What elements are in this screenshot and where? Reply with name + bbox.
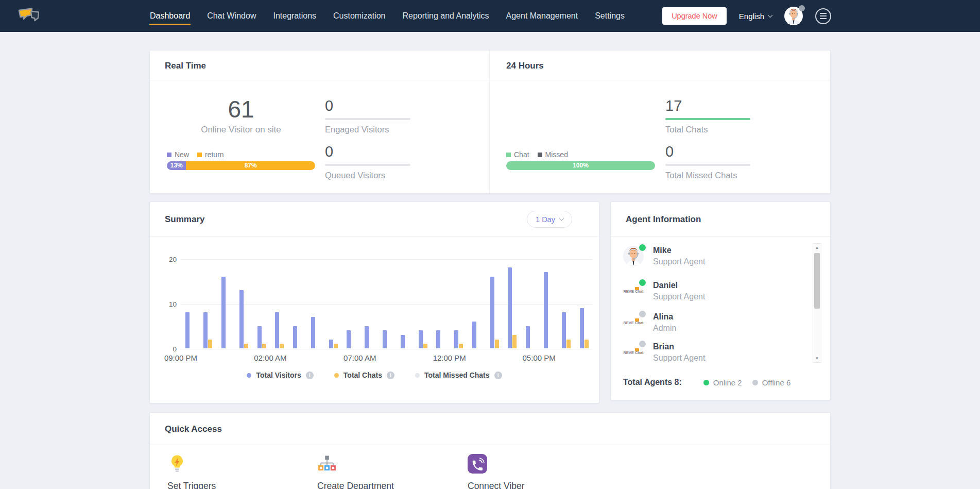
chart-bar xyxy=(454,330,458,348)
chart-bar xyxy=(383,330,387,348)
quick-access-item-title: Create Department xyxy=(317,481,461,489)
chat-vs-missed-bar: 100% xyxy=(506,161,655,170)
chart-bar xyxy=(221,277,226,348)
quick-access-set-triggers[interactable]: Set Triggers Engage your visitors proact… xyxy=(167,454,312,489)
visitor-split-return: 87% xyxy=(186,161,315,170)
chart-bar xyxy=(185,312,190,348)
online-count-label: Online 2 xyxy=(713,378,742,387)
total-missed-chats-legend-dot xyxy=(415,373,420,378)
agent-row[interactable]: REVE Chat Alina Admin xyxy=(623,312,799,339)
total-chats-legend-dot xyxy=(334,373,339,378)
x-axis-tick-label: 05:00 PM xyxy=(523,353,556,362)
quick-access-connect-viber[interactable]: Connect Viber Create a Viber Public Acco… xyxy=(468,454,612,489)
agent-name: Brian xyxy=(653,342,705,351)
chart-bar xyxy=(562,312,566,348)
total-chats-bar xyxy=(665,118,750,120)
quick-access-create-department[interactable]: Create Department Departments can be use… xyxy=(317,454,461,489)
offline-dot xyxy=(752,380,758,385)
total-chats-value: 17 xyxy=(665,98,750,114)
chart-bar xyxy=(347,330,351,348)
engaged-visitors-bar xyxy=(325,118,410,120)
summary-panel-title: Summary xyxy=(165,214,204,225)
total-chats-stat: 17 Total Chats xyxy=(665,98,750,134)
queued-visitors-value: 0 xyxy=(325,144,410,160)
chart-bar xyxy=(334,344,338,348)
reve-chat-logo-icon[interactable] xyxy=(18,7,40,26)
chart-bar xyxy=(526,326,530,349)
agent-info-panel-title: Agent Information xyxy=(626,214,701,225)
return-legend-swatch xyxy=(197,153,202,157)
nav-item-chat-window[interactable]: Chat Window xyxy=(207,0,256,32)
nav-item-settings[interactable]: Settings xyxy=(595,0,625,32)
scroll-up-arrow-icon[interactable]: ▲ xyxy=(813,245,821,250)
chart-bar xyxy=(239,290,244,348)
scroll-down-arrow-icon[interactable]: ▼ xyxy=(813,356,821,361)
y-axis-tick: 0 xyxy=(161,345,177,353)
visitor-split-new: 13% xyxy=(167,161,186,170)
chevron-down-icon xyxy=(559,216,564,221)
agent-role: Support Agent xyxy=(653,292,705,301)
total-chats-label: Total Chats xyxy=(665,125,750,134)
navbar-right-cluster: Upgrade Now English xyxy=(662,0,831,32)
queued-visitors-label: Queued Visitors xyxy=(325,171,410,180)
summary-bar-chart: 20 10 0 09:00 PM02:00 AM07:00 AM12:00 PM… xyxy=(181,259,593,349)
date-range-dropdown[interactable]: 1 Day xyxy=(527,211,572,228)
x-axis-tick-label: 09:00 PM xyxy=(164,353,197,362)
hamburger-menu-icon[interactable] xyxy=(815,8,831,24)
date-range-value: 1 Day xyxy=(536,215,555,224)
org-chart-icon xyxy=(317,454,337,474)
chart-bar xyxy=(584,340,589,348)
chart-bar xyxy=(580,308,584,348)
agent-status-dot xyxy=(639,311,646,317)
chart-bar xyxy=(423,344,427,348)
chart-bar xyxy=(311,317,315,348)
chart-bar xyxy=(508,267,512,348)
missed-legend-swatch xyxy=(538,153,542,157)
main-nav-menu: Dashboard Chat Window Integrations Custo… xyxy=(150,0,625,32)
queued-visitors-stat: 0 Queued Visitors xyxy=(325,144,410,180)
chart-bar xyxy=(262,344,266,348)
chart-bar xyxy=(257,326,262,349)
nav-item-integrations[interactable]: Integrations xyxy=(273,0,316,32)
nav-item-agent-management[interactable]: Agent Management xyxy=(506,0,578,32)
agent-row[interactable]: REVE Chat Daniel Support Agent xyxy=(623,281,799,308)
realtime-24hours-card: Real Time 24 Hours 61 Online Visitor on … xyxy=(149,50,831,194)
agent-role: Admin xyxy=(653,324,676,333)
user-avatar[interactable] xyxy=(784,7,803,25)
total-visitors-legend-label: Total Visitors xyxy=(256,371,301,379)
info-icon[interactable]: i xyxy=(494,372,502,379)
agent-name: Daniel xyxy=(653,281,705,290)
online-visitors-value: 61 xyxy=(167,96,315,123)
language-selector[interactable]: English xyxy=(739,12,772,21)
quick-access-item-title: Connect Viber xyxy=(468,481,612,489)
total-missed-chats-legend-label: Total Missed Chats xyxy=(424,371,490,379)
agent-list-scrollbar[interactable]: ▲ ▼ xyxy=(813,243,821,363)
agent-information-card: Agent Information xyxy=(610,201,831,400)
realtime-panel-title: Real Time xyxy=(165,61,206,71)
agent-status-dot xyxy=(639,244,646,251)
chart-bar xyxy=(365,326,369,349)
online-visitors-label: Online Visitor on site xyxy=(167,125,315,135)
info-icon[interactable]: i xyxy=(387,372,394,379)
chart-bar xyxy=(544,272,548,348)
language-label: English xyxy=(739,12,764,21)
chart-bar xyxy=(459,344,463,348)
x-axis-tick-label: 12:00 PM xyxy=(433,353,466,362)
dashboard-content: Real Time 24 Hours 61 Online Visitor on … xyxy=(149,32,831,489)
agent-row[interactable]: REVE Chat Brian Support Agent xyxy=(623,342,799,369)
info-icon[interactable]: i xyxy=(306,372,314,379)
agent-row[interactable]: REVE Chat Mike Support Agent xyxy=(623,246,799,273)
chart-bar xyxy=(512,335,517,348)
nav-item-reporting-analytics[interactable]: Reporting and Analytics xyxy=(402,0,489,32)
nav-item-dashboard[interactable]: Dashboard xyxy=(150,0,190,32)
chat-legend-swatch xyxy=(506,153,511,157)
chart-bar xyxy=(436,330,440,348)
nav-item-customization[interactable]: Customization xyxy=(333,0,385,32)
upgrade-now-button[interactable]: Upgrade Now xyxy=(662,7,727,25)
24hours-panel-title: 24 Hours xyxy=(506,61,544,71)
total-missed-chats-stat: 0 Total Missed Chats xyxy=(665,144,750,180)
total-visitors-legend-dot xyxy=(247,373,251,378)
scrollbar-thumb[interactable] xyxy=(814,253,820,309)
visitor-type-legend: New return xyxy=(167,150,224,159)
online-dot xyxy=(703,380,709,385)
